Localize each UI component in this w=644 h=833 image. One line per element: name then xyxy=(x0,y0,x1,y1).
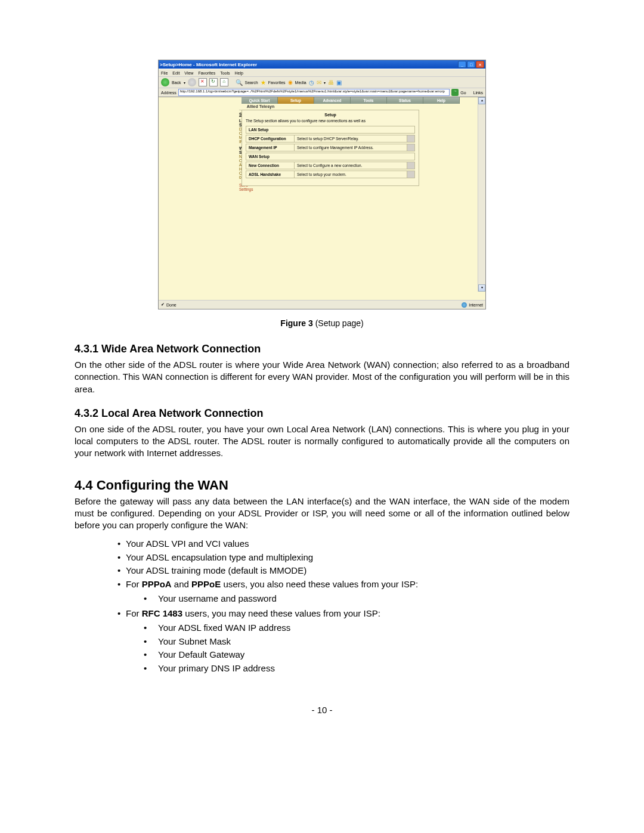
list-item: Your username and password xyxy=(144,592,569,606)
print-icon[interactable]: 🖶 xyxy=(328,79,334,86)
titlebar: >Setup>Home - Microsoft Internet Explore… xyxy=(159,60,485,69)
stop-icon[interactable]: ✕ xyxy=(199,78,207,86)
favorites-label[interactable]: Favorites xyxy=(268,80,286,85)
panel-title: Setup xyxy=(246,113,415,117)
home-icon[interactable]: ⌂ xyxy=(220,78,228,86)
bullet-list: Your ADSL VPI and VCI values Your ADSL e… xyxy=(117,537,569,675)
figure-caption: Figure 3 (Setup page) xyxy=(75,318,569,328)
panel-row-newconn: New Connection Select to Configure a new… xyxy=(246,162,415,169)
internet-zone-label: Internet xyxy=(469,303,483,307)
back-icon[interactable] xyxy=(161,78,169,86)
forward-icon[interactable] xyxy=(188,78,196,86)
tab-advanced[interactable]: Advanced xyxy=(314,97,351,104)
para-44: Before the gateway will pass any data be… xyxy=(75,496,569,532)
vertical-scrollbar[interactable]: ▴ ▾ xyxy=(478,97,485,292)
tab-bar: Quick Start Setup Advanced Tools Status … xyxy=(242,97,476,104)
links-label[interactable]: Links xyxy=(473,91,483,95)
menu-view[interactable]: View xyxy=(184,71,193,75)
scroll-up-icon[interactable]: ▴ xyxy=(478,97,485,104)
panel-btn-adsl[interactable] xyxy=(407,171,414,178)
statusbar: ✔ Done Internet xyxy=(159,300,485,309)
main-content: Quick Start Setup Advanced Tools Status … xyxy=(239,97,478,300)
status-text: Done xyxy=(166,303,177,307)
tab-setup[interactable]: Setup xyxy=(278,97,314,104)
list-item: For PPPoA and PPPoE users, you also need… xyxy=(117,578,569,606)
para-431: On the other side of the ADSL router is … xyxy=(75,359,569,395)
tab-status[interactable]: Status xyxy=(387,97,423,104)
list-item: Your primary DNS IP address xyxy=(144,662,569,676)
go-button[interactable]: → xyxy=(451,89,459,96)
heading-432: 4.3.2 Local Area Network Connection xyxy=(75,407,569,420)
internet-zone-icon xyxy=(462,302,467,308)
mail-icon[interactable]: ✉ xyxy=(317,79,321,86)
scroll-down-icon[interactable]: ▾ xyxy=(478,284,485,292)
para-432: On one side of the ADSL router, you have… xyxy=(75,423,569,460)
panel-btn-newconn[interactable] xyxy=(407,162,414,169)
setup-panel: Setup The Setup section allows you to co… xyxy=(242,110,419,186)
history-icon[interactable]: ◷ xyxy=(309,79,314,86)
menu-tools[interactable]: Tools xyxy=(220,71,230,75)
address-label: Address xyxy=(161,91,177,95)
panel-row-dhcp: DHCP Configuration Select to setup DHCP … xyxy=(246,135,415,143)
close-button[interactable]: × xyxy=(476,61,484,68)
tab-tools[interactable]: Tools xyxy=(351,97,387,104)
search-icon[interactable]: 🔍 xyxy=(236,79,243,86)
sidebar: Allied Telesyn Setup LAN Setup DHCP Conf… xyxy=(197,97,239,300)
go-label[interactable]: Go xyxy=(460,91,466,95)
menu-file[interactable]: File xyxy=(161,71,168,75)
menu-favorites[interactable]: Favorites xyxy=(198,71,215,75)
refresh-icon[interactable]: ↻ xyxy=(209,78,218,86)
address-bar: Address http://192.168.1.1/cgi-bin/webcm… xyxy=(159,88,485,97)
list-item: Your Default Gateway xyxy=(144,648,569,662)
panel-row-lan: LAN Setup xyxy=(246,126,415,134)
tab-quick-start[interactable]: Quick Start xyxy=(242,97,278,104)
panel-desc: The Setup section allows you to configur… xyxy=(246,119,415,123)
page-number: - 10 - xyxy=(75,705,569,715)
menubar: File Edit View Favorites Tools Help xyxy=(159,69,485,76)
heading-44: 4.4 Configuring the WAN xyxy=(75,478,569,493)
list-item: Your ADSL VPI and VCI values xyxy=(117,537,569,551)
maximize-button[interactable]: □ xyxy=(467,61,475,68)
list-item: Your ADSL encapsulation type and multipl… xyxy=(117,551,569,565)
panel-row-wan: WAN Setup xyxy=(246,153,415,160)
list-item: Your ADSL training mode (default is MMOD… xyxy=(117,564,569,578)
address-input[interactable]: http://192.168.1.1/cgi-bin/webcm?getpage… xyxy=(178,89,450,96)
panel-row-mgmtip: Management IP Select to configure Manage… xyxy=(246,144,415,151)
media-icon[interactable]: ◉ xyxy=(288,79,293,85)
list-item: Your Subnet Mask xyxy=(144,635,569,649)
tab-help[interactable]: Help xyxy=(423,97,460,104)
heading-431: 4.3.1 Wide Area Network Connection xyxy=(75,343,569,355)
edit-icon[interactable]: ▣ xyxy=(336,79,342,86)
favorites-icon[interactable]: ★ xyxy=(261,79,266,86)
panel-btn-mgmtip[interactable] xyxy=(407,144,414,151)
back-label[interactable]: Back xyxy=(172,80,181,85)
media-label[interactable]: Media xyxy=(295,80,306,85)
list-item: Your ADSL fixed WAN IP address xyxy=(144,621,569,635)
search-label[interactable]: Search xyxy=(245,80,258,85)
list-item: For RFC 1483 users, you may need these v… xyxy=(117,607,569,676)
menu-edit[interactable]: Edit xyxy=(172,71,179,75)
toolbar: Back ▾ ✕ ↻ ⌂ 🔍 Search ★ Favorites ◉ Medi… xyxy=(159,76,485,88)
window-title: >Setup>Home - Microsoft Internet Explore… xyxy=(160,62,457,67)
menu-help[interactable]: Help xyxy=(235,71,243,75)
panel-btn-dhcp[interactable] xyxy=(407,135,414,142)
page-viewport: Allied Telesyn Setup LAN Setup DHCP Conf… xyxy=(159,97,485,300)
browser-window: >Setup>Home - Microsoft Internet Explore… xyxy=(158,60,486,309)
panel-row-adsl: ADSL Handshake Select to setup your mode… xyxy=(246,171,415,178)
status-done-icon: ✔ xyxy=(161,302,165,307)
minimize-button[interactable]: _ xyxy=(458,61,466,68)
